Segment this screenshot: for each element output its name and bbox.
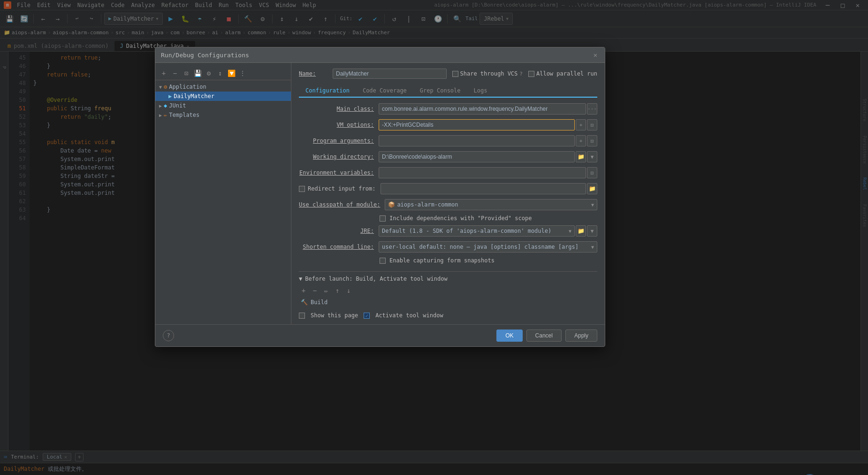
tree-toolbar: + − ⊡ 💾 ⚙ ↕ 🔽 ⋮ [155, 67, 291, 80]
jre-browse-btn[interactable]: 📁 [576, 225, 586, 237]
arrow-junit: ▶ [159, 103, 162, 108]
shorten-cmd-field: user-local default: none – java [options… [379, 241, 597, 253]
vm-options-edit-btn[interactable]: ⊡ [587, 119, 597, 130]
classpath-row: Use classpath of module: 📦 aiops-alarm-c… [299, 199, 597, 210]
up-launch-btn[interactable]: ↑ [333, 286, 342, 295]
launch-collapse-arrow: ▼ [299, 276, 302, 282]
activate-tool-label: Activate tool window [375, 312, 443, 319]
show-page-checkbox[interactable] [299, 313, 305, 319]
remove-launch-btn[interactable]: − [310, 286, 320, 295]
share-vcs-help[interactable]: ? [519, 71, 523, 77]
include-deps-checkbox[interactable] [380, 215, 386, 222]
allow-parallel-checkbox[interactable]: Allow parallel run [528, 70, 597, 77]
tree-node-templates[interactable]: ▶ ✏ Templates [155, 110, 291, 120]
jre-select[interactable]: Default (1.8 - SDK of 'aiops-alarm-commo… [379, 225, 575, 237]
arrow-templates: ▶ [159, 113, 162, 118]
main-class-input[interactable] [379, 103, 586, 115]
tree-node-application[interactable]: ▼ ⚙ Application [155, 82, 291, 92]
ok-button[interactable]: OK [496, 329, 522, 342]
working-dir-expand-btn[interactable]: ▼ [587, 151, 597, 162]
down-launch-btn[interactable]: ↓ [344, 286, 353, 295]
main-class-row: Main class: ··· [299, 103, 597, 115]
program-args-field: + ⊡ [379, 135, 597, 146]
name-label: Name: [299, 70, 327, 77]
redirect-checkbox[interactable] [299, 186, 305, 192]
apply-button[interactable]: Apply [565, 329, 597, 342]
config-options: Share through VCS ? Allow parallel run [452, 70, 598, 77]
remove-config-btn[interactable]: − [170, 69, 180, 78]
add-launch-btn[interactable]: + [299, 286, 308, 295]
vm-options-label: VM options: [299, 122, 374, 128]
tree-node-dailymatcher[interactable]: ▶ DailyMatcher [155, 92, 291, 101]
tab-logs[interactable]: Logs [467, 84, 494, 98]
include-deps-label: Include dependencies with "Provided" sco… [389, 215, 532, 222]
dailymatcher-label: DailyMatcher [174, 93, 214, 100]
launch-title[interactable]: ▼ Before launch: Build, Activate tool wi… [299, 276, 597, 282]
cancel-button[interactable]: Cancel [526, 329, 562, 342]
run-debug-dialog: Run/Debug Configurations ✕ + − ⊡ 💾 ⚙ ↕ 🔽… [155, 47, 605, 347]
launch-toolbar: + − ✏ ↑ ↓ [299, 286, 597, 295]
edit-launch-btn[interactable]: ✏ [321, 286, 331, 295]
program-args-row: Program arguments: + ⊡ [299, 135, 597, 146]
dailymatcher-icon: ▶ [168, 93, 172, 100]
build-icon: 🔨 [301, 299, 308, 306]
junit-icon: ◆ [164, 102, 167, 109]
gear-config-btn[interactable]: ⚙ [204, 69, 213, 78]
save-config-btn[interactable]: 💾 [193, 69, 202, 78]
redirect-checkbox-group: Redirect input from: [299, 185, 376, 192]
templates-label: Templates [169, 112, 199, 118]
main-class-browse-btn[interactable]: ··· [587, 103, 597, 115]
program-args-input[interactable] [379, 135, 575, 146]
share-vcs-check[interactable] [452, 71, 458, 77]
env-vars-field: ⊡ [379, 167, 597, 178]
dialog-title: Run/Debug Configurations [161, 52, 249, 59]
add-config-btn[interactable]: + [159, 69, 168, 78]
help-btn[interactable]: ? [163, 330, 174, 341]
jre-expand-btn[interactable]: ▼ [587, 225, 597, 237]
dialog-close-btn[interactable]: ✕ [592, 51, 599, 59]
program-args-edit-btn[interactable]: ⊡ [587, 135, 597, 146]
vm-options-expand-btn[interactable]: + [576, 119, 586, 130]
vm-options-input[interactable] [379, 119, 575, 130]
main-class-label: Main class: [299, 106, 374, 112]
tab-code-coverage[interactable]: Code Coverage [356, 84, 413, 98]
working-dir-input[interactable] [379, 151, 575, 162]
filter-btn[interactable]: 🔽 [227, 69, 236, 78]
program-args-label: Program arguments: [299, 138, 374, 144]
snapshots-label: Enable capturing form snapshots [389, 257, 495, 264]
name-input[interactable] [333, 69, 447, 79]
share-vcs-checkbox[interactable]: Share through VCS ? [452, 70, 523, 77]
redirect-field: 📁 [381, 183, 598, 194]
snapshots-checkbox[interactable] [380, 258, 386, 264]
name-row: Name: Share through VCS ? Allow parallel… [299, 69, 597, 79]
env-vars-copy-btn[interactable]: ⊡ [587, 167, 597, 178]
tree-panel: + − ⊡ 💾 ⚙ ↕ 🔽 ⋮ ▼ ⚙ Application [155, 63, 291, 324]
env-vars-input[interactable] [379, 167, 586, 178]
working-dir-browse-btn[interactable]: 📁 [576, 151, 586, 162]
jre-label: JRE: [299, 228, 374, 234]
working-dir-row: Working directory: 📁 ▼ [299, 151, 597, 162]
main-class-field: ··· [379, 103, 597, 115]
env-vars-row: Environment variables: ⊡ [299, 167, 597, 178]
tab-grep-console[interactable]: Grep Console [413, 84, 467, 98]
shorten-cmd-select[interactable]: user-local default: none – java [options… [379, 241, 597, 253]
tree-node-junit[interactable]: ▶ ◆ JUnit [155, 101, 291, 110]
sort-btn[interactable]: ⋮ [238, 69, 247, 78]
shorten-cmd-arrow: ▼ [591, 245, 594, 250]
dialog-body: + − ⊡ 💾 ⚙ ↕ 🔽 ⋮ ▼ ⚙ Application [155, 63, 605, 324]
footer-buttons: OK Cancel Apply [496, 329, 597, 342]
redirect-browse-btn[interactable]: 📁 [587, 183, 597, 194]
expand-all-btn[interactable]: ↕ [215, 69, 225, 78]
launch-section: ▼ Before launch: Build, Activate tool wi… [299, 271, 597, 306]
shorten-cmd-row: Shorten command line: user-local default… [299, 241, 597, 253]
redirect-input-row: Redirect input from: 📁 [299, 183, 597, 194]
redirect-input[interactable] [381, 183, 586, 194]
dialog-footer: ? OK Cancel Apply [155, 324, 605, 346]
classpath-select[interactable]: 📦 aiops-alarm-common ▼ [385, 199, 597, 210]
program-args-expand-btn[interactable]: + [576, 135, 586, 146]
allow-parallel-check[interactable] [528, 71, 534, 77]
copy-config-btn[interactable]: ⊡ [182, 69, 191, 78]
config-tabs: Configuration Code Coverage Grep Console… [299, 84, 597, 98]
activate-tool-checkbox[interactable]: ✓ [364, 313, 370, 319]
tab-configuration[interactable]: Configuration [299, 84, 356, 98]
